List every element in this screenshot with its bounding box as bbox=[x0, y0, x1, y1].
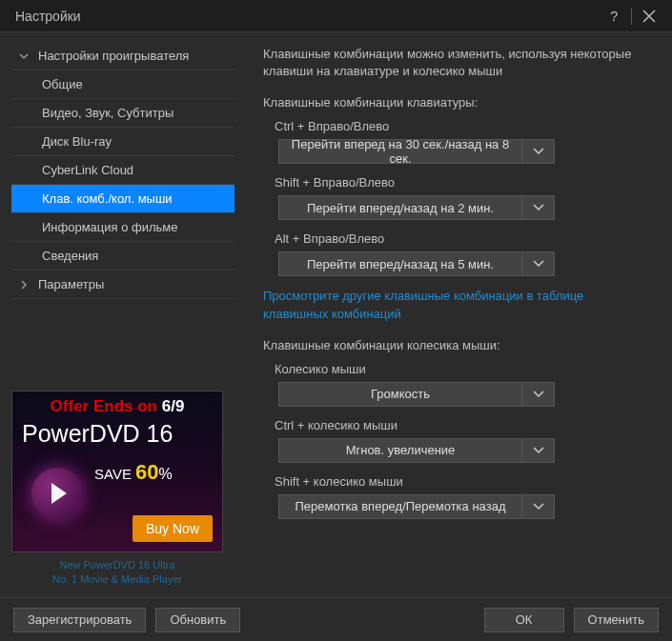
dropdown-value: Мгнов. увеличение bbox=[279, 443, 521, 457]
dropdown-value: Перемотка вперед/Перемотка назад bbox=[279, 499, 521, 513]
sidebar: Настройки проигрывателя Общие Видео, Зву… bbox=[0, 32, 246, 597]
wheel-section-title: Клавишные комбинации колесика мыши: bbox=[263, 338, 651, 352]
dropdown-shift-arrow[interactable]: Перейти вперед/назад на 2 мин. bbox=[278, 195, 555, 220]
intro-text: Клавишные комбинации можно изменить, исп… bbox=[263, 46, 651, 80]
buy-now-button[interactable]: Buy Now bbox=[132, 515, 213, 542]
wheel-label: Shift + колесико мыши bbox=[275, 474, 651, 489]
sidebar-item-label: Настройки проигрывателя bbox=[38, 49, 189, 63]
ad-offer-line: Offer Ends on 6/9 bbox=[12, 397, 222, 416]
chevron-down-icon bbox=[521, 383, 554, 406]
keyboard-section-title: Клавишные комбинации клавиатуры: bbox=[263, 95, 651, 110]
sidebar-item-cyberlink-cloud[interactable]: CyberLink Cloud bbox=[11, 156, 234, 185]
ad-caption[interactable]: New PowerDVD 16 Ultra No. 1 Movie & Medi… bbox=[11, 558, 223, 586]
cancel-button[interactable]: Отменить bbox=[574, 608, 659, 632]
sidebar-item-label: Параметры bbox=[38, 277, 104, 291]
ad-container: Offer Ends on 6/9 PowerDVD 16 SAVE 60% B… bbox=[11, 391, 234, 586]
dropdown-value: Перейти вперед на 30 сек./назад на 8 сек… bbox=[279, 137, 521, 166]
dropdown-value: Перейти вперед/назад на 2 мин. bbox=[279, 201, 521, 215]
ok-button[interactable]: ОК bbox=[484, 608, 564, 632]
chevron-down-icon bbox=[521, 439, 554, 462]
ad-product-name: PowerDVD 16 bbox=[22, 420, 173, 448]
chevron-down-icon bbox=[19, 51, 32, 61]
kb-label: Ctrl + Вправо/Влево bbox=[275, 119, 651, 133]
nav-tree: Настройки проигрывателя Общие Видео, Зву… bbox=[11, 42, 234, 299]
sidebar-item-label: Информация о фильме bbox=[42, 220, 178, 234]
close-icon[interactable] bbox=[636, 3, 662, 30]
chevron-down-icon bbox=[521, 196, 554, 219]
chevron-down-icon bbox=[521, 495, 554, 518]
sidebar-item-label: CyberLink Cloud bbox=[42, 163, 133, 177]
ad-banner[interactable]: Offer Ends on 6/9 PowerDVD 16 SAVE 60% B… bbox=[11, 391, 223, 552]
chevron-down-icon bbox=[521, 252, 554, 275]
sidebar-item-label: Диск Blu-ray bbox=[42, 134, 112, 149]
sidebar-item-label: Клав. комб./кол. мыши bbox=[42, 191, 173, 206]
chevron-down-icon bbox=[521, 140, 554, 163]
wheel-group-plain: Колесико мыши Громкость bbox=[275, 362, 651, 407]
sidebar-item-player-settings[interactable]: Настройки проигрывателя bbox=[11, 42, 234, 70]
dropdown-wheel[interactable]: Громкость bbox=[278, 382, 555, 407]
sidebar-item-parameters[interactable]: Параметры bbox=[11, 270, 234, 299]
wheel-group-shift: Shift + колесико мыши Перемотка вперед/П… bbox=[275, 474, 651, 519]
sidebar-item-bluray[interactable]: Диск Blu-ray bbox=[11, 128, 234, 156]
sidebar-item-label: Сведения bbox=[42, 249, 98, 263]
sidebar-item-general[interactable]: Общие bbox=[11, 70, 234, 99]
footer: Зарегистрировать Обновить ОК Отменить bbox=[0, 597, 672, 641]
dropdown-ctrl-arrow[interactable]: Перейти вперед на 30 сек./назад на 8 сек… bbox=[278, 139, 555, 164]
play-icon bbox=[31, 468, 83, 519]
update-button[interactable]: Обновить bbox=[155, 608, 240, 632]
dropdown-shift-wheel[interactable]: Перемотка вперед/Перемотка назад bbox=[278, 494, 555, 519]
dropdown-value: Перейти вперед/назад на 5 мин. bbox=[279, 257, 521, 271]
main-panel: Клавишные комбинации можно изменить, исп… bbox=[246, 32, 672, 597]
hotkey-table-link[interactable]: Просмотрите другие клавишные комбинации … bbox=[263, 288, 651, 322]
dropdown-ctrl-wheel[interactable]: Мгнов. увеличение bbox=[278, 438, 555, 463]
kb-label: Alt + Вправо/Влево bbox=[275, 231, 651, 246]
titlebar: Настройки ? bbox=[0, 0, 672, 32]
wheel-group-ctrl: Ctrl + колесико мыши Мгнов. увеличение bbox=[275, 418, 651, 463]
kb-label: Shift + Вправо/Влево bbox=[275, 175, 651, 190]
sidebar-item-about[interactable]: Сведения bbox=[11, 242, 234, 270]
wheel-label: Ctrl + колесико мыши bbox=[275, 418, 651, 432]
window-title: Настройки bbox=[15, 9, 601, 24]
titlebar-divider bbox=[631, 8, 632, 25]
dropdown-alt-arrow[interactable]: Перейти вперед/назад на 5 мин. bbox=[278, 251, 555, 276]
kb-group-ctrl: Ctrl + Вправо/Влево Перейти вперед на 30… bbox=[275, 119, 651, 164]
help-icon[interactable]: ? bbox=[601, 3, 627, 30]
kb-group-shift: Shift + Вправо/Влево Перейти вперед/наза… bbox=[275, 175, 651, 220]
sidebar-item-movie-info[interactable]: Информация о фильме bbox=[11, 213, 234, 242]
register-button[interactable]: Зарегистрировать bbox=[13, 608, 146, 632]
dropdown-value: Громкость bbox=[279, 387, 521, 401]
chevron-right-icon bbox=[19, 280, 32, 290]
sidebar-item-label: Общие bbox=[42, 77, 83, 91]
sidebar-item-label: Видео, Звук, Субтитры bbox=[42, 106, 173, 120]
ad-save-text: SAVE 60% bbox=[94, 460, 173, 485]
sidebar-item-video-audio-subs[interactable]: Видео, Звук, Субтитры bbox=[11, 99, 234, 128]
wheel-label: Колесико мыши bbox=[275, 362, 651, 376]
kb-group-alt: Alt + Вправо/Влево Перейти вперед/назад … bbox=[275, 231, 651, 276]
sidebar-item-hotkeys-wheel[interactable]: Клав. комб./кол. мыши bbox=[11, 185, 234, 213]
svg-text:?: ? bbox=[610, 9, 618, 24]
